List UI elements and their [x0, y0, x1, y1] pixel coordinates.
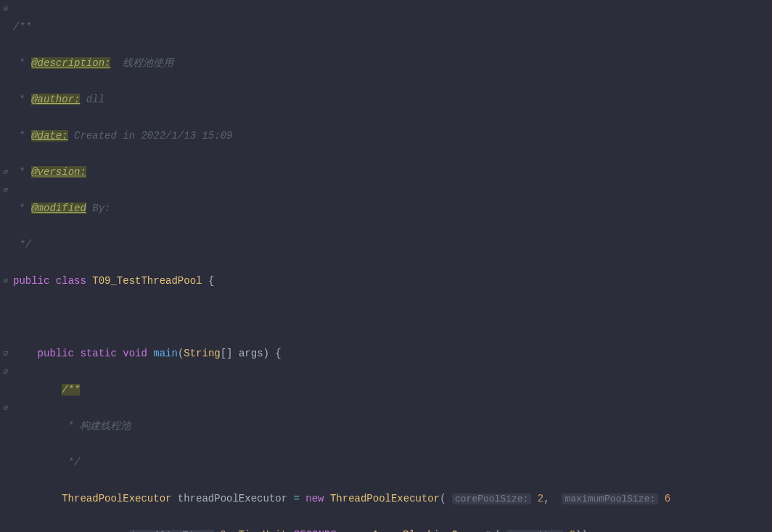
fold-icon[interactable]: ⊟ — [1, 169, 9, 176]
class-name: T09_TestThreadPool — [92, 275, 202, 287]
doc-text: By: — [86, 202, 111, 214]
fold-icon[interactable]: ⊟ — [1, 187, 9, 195]
code-line[interactable]: /** — [13, 381, 772, 399]
literal: 6 — [665, 493, 670, 504]
param-hint: maximumPoolSize: — [562, 494, 658, 504]
fold-gutter: ⊟ ⊟ ⊟ ⊟ ⊟ ⊟ ⊟ — [0, 0, 10, 532]
kw-new: new — [305, 493, 324, 504]
enum-value: SECONDS — [293, 529, 336, 532]
javadoc-close: */ — [62, 457, 80, 468]
code-area[interactable]: /** * @description: 线程池使用 * @author: dll… — [10, 0, 772, 532]
code-line[interactable]: * @version: — [13, 163, 772, 181]
code-line[interactable]: ThreadPoolExecutor threadPoolExecutor = … — [13, 490, 772, 508]
javadoc-open: /** — [62, 384, 80, 396]
param-args: args — [239, 348, 263, 359]
kw-public: public — [13, 275, 49, 287]
javadoc-open: /** — [13, 21, 31, 33]
literal: 2 — [538, 493, 543, 504]
param-hint: corePoolSize: — [452, 494, 531, 504]
doc-text: 线程池使用 — [110, 57, 173, 69]
comment-text: * 构建线程池 — [62, 420, 131, 432]
kw-static: static — [80, 348, 116, 359]
doc-tag-version: @version: — [31, 166, 86, 178]
fold-icon[interactable]: ⊟ — [1, 351, 9, 358]
kw-new: new — [348, 529, 366, 532]
doc-tag-description: @description: — [31, 57, 110, 69]
code-line[interactable]: * @description: 线程池使用 — [13, 54, 772, 73]
literal: 0 — [220, 529, 226, 532]
code-line[interactable]: * @modified By: — [13, 200, 772, 218]
code-line[interactable]: */ — [13, 236, 772, 254]
code-line[interactable]: * 构建线程池 — [13, 417, 772, 435]
type: TimeUnit — [238, 529, 287, 532]
doc-tag-date: @date: — [31, 130, 67, 142]
fold-icon[interactable]: ⊟ — [1, 278, 9, 285]
literal: 2 — [570, 529, 575, 532]
code-line[interactable]: * @date: Created in 2022/1/13 15:09 — [13, 127, 772, 145]
method-main: main — [153, 348, 178, 359]
kw-public: public — [38, 348, 74, 359]
code-line[interactable]: /** — [13, 18, 772, 36]
code-line[interactable]: , keepAliveTime: 0, TimeUnit.SECONDS, ne… — [13, 526, 772, 532]
code-editor[interactable]: ⊟ ⊟ ⊟ ⊟ ⊟ ⊟ ⊟ /** * @description: 线程池使用 … — [0, 0, 772, 532]
type-string: String — [184, 348, 220, 359]
doc-tag-author: @author: — [31, 94, 80, 105]
fold-icon[interactable]: ⊟ — [1, 405, 9, 412]
doc-text: dll — [80, 94, 104, 105]
code-line[interactable]: * @author: dll — [13, 91, 772, 109]
code-line[interactable]: public static void main(String[] args) { — [13, 345, 772, 363]
kw-void: void — [123, 348, 147, 359]
doc-text: Created in 2022/1/13 15:09 — [68, 130, 233, 142]
ctor: ThreadPoolExecutor — [330, 493, 440, 504]
doc-tag-modified: @modified — [31, 202, 86, 214]
type: ArrayBlockingQueue — [372, 529, 482, 532]
code-line[interactable]: public class T09_TestThreadPool { — [13, 272, 772, 290]
fold-icon[interactable]: ⊟ — [1, 369, 9, 376]
code-line[interactable] — [13, 308, 772, 327]
code-line[interactable]: */ — [13, 454, 772, 472]
fold-icon[interactable]: ⊟ — [1, 6, 9, 13]
type: ThreadPoolExecutor — [62, 493, 171, 504]
brace: { — [208, 275, 214, 287]
javadoc-close: */ — [13, 239, 31, 250]
variable: threadPoolExecutor — [178, 493, 287, 504]
kw-class: class — [56, 275, 86, 287]
